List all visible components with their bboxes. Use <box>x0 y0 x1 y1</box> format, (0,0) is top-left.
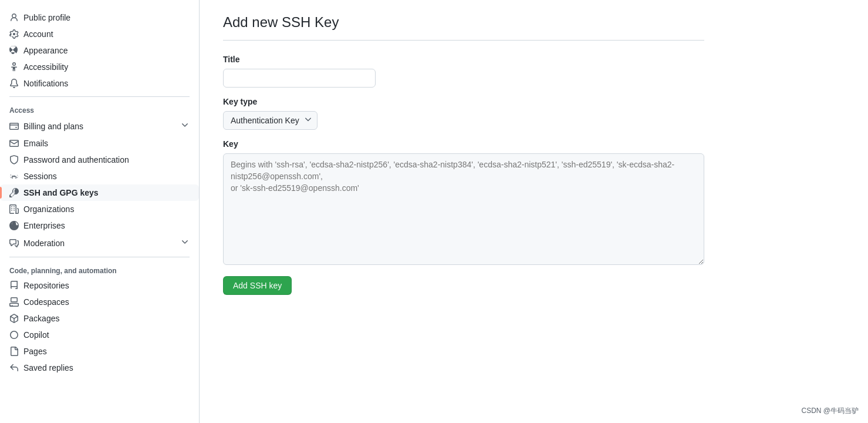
sidebar-item-repositories[interactable]: Repositories <box>0 277 199 294</box>
gear-icon <box>9 29 19 39</box>
mail-icon <box>9 139 19 148</box>
globe-icon <box>9 221 19 230</box>
sidebar-item-copilot[interactable]: Copilot <box>0 327 199 343</box>
key-label: Key <box>223 139 704 149</box>
package-icon <box>9 314 19 323</box>
sidebar-item-label: Sessions <box>23 172 57 181</box>
page-title: Add new SSH Key <box>223 14 704 31</box>
sidebar-item-notifications[interactable]: Notifications <box>0 75 199 92</box>
sidebar-item-password[interactable]: Password and authentication <box>0 152 199 168</box>
sidebar-item-label: Pages <box>23 347 47 356</box>
sidebar-item-label: Copilot <box>23 330 49 340</box>
repo-icon <box>9 281 19 290</box>
watermark: CSDN @牛码当驴 <box>801 406 859 416</box>
accessibility-icon <box>9 62 19 72</box>
credit-card-icon <box>9 122 19 131</box>
sidebar-access-section: Billing and plans Emails Password and au… <box>0 117 199 252</box>
chevron-down-icon <box>180 120 190 132</box>
title-divider <box>223 40 704 41</box>
sidebar-item-label: Organizations <box>23 204 74 214</box>
sidebar-item-label: Enterprises <box>23 221 65 230</box>
sidebar-item-label: Codespaces <box>23 297 69 307</box>
access-section-label: Access <box>0 102 199 117</box>
sidebar-item-label: Repositories <box>23 281 69 290</box>
sidebar-item-label: Appearance <box>23 46 68 55</box>
codespaces-icon <box>9 297 19 307</box>
sidebar-divider-2 <box>9 257 190 257</box>
sidebar-item-ssh-gpg[interactable]: SSH and GPG keys <box>0 184 199 201</box>
sidebar-code-section: Repositories Codespaces Packages Copilot… <box>0 277 199 376</box>
title-form-group: Title <box>223 55 704 88</box>
sidebar-item-label: Moderation <box>23 239 65 248</box>
sidebar-top-section: Public profile Account Appearance Access… <box>0 9 199 92</box>
sidebar-item-label: SSH and GPG keys <box>23 188 99 197</box>
main-content: Add new SSH Key Title Key type Authentic… <box>200 0 728 423</box>
sidebar-item-label: Saved replies <box>23 363 73 372</box>
title-input[interactable] <box>223 69 376 88</box>
sidebar-item-codespaces[interactable]: Codespaces <box>0 294 199 310</box>
sidebar-item-label: Password and authentication <box>23 155 129 164</box>
copilot-icon <box>9 330 19 340</box>
sidebar-item-label: Public profile <box>23 13 70 22</box>
chevron-down-icon <box>180 237 190 249</box>
sidebar-item-label: Packages <box>23 314 59 323</box>
key-textarea[interactable] <box>223 153 704 265</box>
sidebar-divider-1 <box>9 96 190 97</box>
sidebar-item-public-profile[interactable]: Public profile <box>0 9 199 26</box>
sidebar-item-appearance[interactable]: Appearance <box>0 42 199 59</box>
sidebar: Public profile Account Appearance Access… <box>0 0 200 423</box>
title-label: Title <box>223 55 704 64</box>
key-type-select[interactable]: Authentication Key Signing Key <box>223 111 318 130</box>
person-icon <box>9 13 19 22</box>
sidebar-item-label: Account <box>23 29 53 39</box>
sidebar-item-sessions[interactable]: Sessions <box>0 168 199 184</box>
sidebar-item-label: Accessibility <box>23 62 68 72</box>
sidebar-item-moderation[interactable]: Moderation <box>0 234 199 252</box>
sidebar-item-label: Billing and plans <box>23 122 83 131</box>
sidebar-item-accessibility[interactable]: Accessibility <box>0 59 199 75</box>
organizations-icon <box>9 204 19 214</box>
comment-icon <box>9 239 19 248</box>
sidebar-item-packages[interactable]: Packages <box>0 310 199 327</box>
sidebar-item-emails[interactable]: Emails <box>0 135 199 152</box>
key-type-label: Key type <box>223 97 704 106</box>
add-ssh-key-button[interactable]: Add SSH key <box>223 276 292 295</box>
pages-icon <box>9 347 19 356</box>
sidebar-item-billing[interactable]: Billing and plans <box>0 117 199 135</box>
sidebar-item-label: Notifications <box>23 79 68 88</box>
sidebar-item-enterprises[interactable]: Enterprises <box>0 217 199 234</box>
sidebar-item-account[interactable]: Account <box>0 26 199 42</box>
bell-icon <box>9 79 19 88</box>
sidebar-item-pages[interactable]: Pages <box>0 343 199 360</box>
sidebar-item-label: Emails <box>23 139 48 148</box>
sidebar-item-saved-replies[interactable]: Saved replies <box>0 360 199 376</box>
key-type-form-group: Key type Authentication Key Signing Key <box>223 97 704 130</box>
sidebar-item-organizations[interactable]: Organizations <box>0 201 199 217</box>
key-icon <box>9 188 19 197</box>
code-section-label: Code, planning, and automation <box>0 262 199 277</box>
shield-icon <box>9 155 19 164</box>
key-type-select-wrapper: Authentication Key Signing Key <box>223 111 318 130</box>
broadcast-icon <box>9 172 19 181</box>
paintbrush-icon <box>9 46 19 55</box>
key-form-group: Key <box>223 139 704 267</box>
reply-icon <box>9 363 19 372</box>
